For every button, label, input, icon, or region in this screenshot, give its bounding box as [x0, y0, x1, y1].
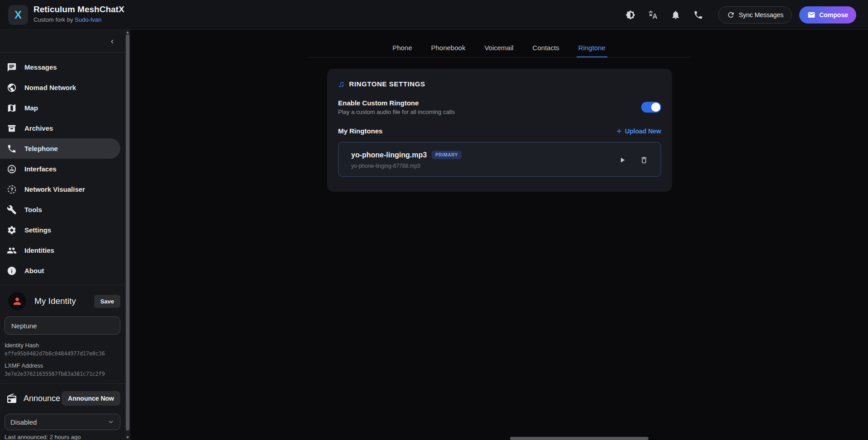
ringtone-settings-title: RINGTONE SETTINGS — [349, 80, 425, 88]
sidebar-item-label: Network Visualiser — [24, 185, 85, 193]
last-announced-text: Last announced: 2 hours ago — [5, 434, 126, 440]
ringtone-settings-header: ♫ RINGTONE SETTINGS — [338, 80, 661, 88]
avatar — [8, 292, 26, 310]
play-ringtone-button[interactable] — [615, 152, 630, 168]
fork-author-link[interactable]: Sudo-Ivan — [75, 16, 101, 23]
sidebar-item-label: Settings — [24, 226, 51, 234]
sidebar-item-interfaces[interactable]: Interfaces — [0, 159, 120, 179]
delete-ringtone-button[interactable] — [636, 152, 652, 168]
sidebar-item-settings[interactable]: Settings — [0, 220, 120, 240]
gear-icon — [7, 225, 17, 235]
tab-voicemail[interactable]: Voicemail — [482, 39, 515, 57]
sidebar-collapse-row — [0, 30, 130, 53]
lxmf-address-value: 3e7e2e37621635587fb83a381c71c2f9 — [5, 371, 126, 377]
sidebar-item-nomad-network[interactable]: Nomad Network — [0, 77, 120, 98]
refresh-icon — [727, 11, 735, 19]
ringtone-settings-card: ♫ RINGTONE SETTINGS Enable Custom Ringto… — [327, 69, 672, 192]
sidebar-item-label: Messages — [24, 63, 57, 71]
play-icon — [618, 156, 626, 164]
radio-icon — [6, 393, 17, 404]
tab-ringtone[interactable]: Ringtone — [577, 39, 607, 57]
telephone-tabs: Phone Phonebook Voicemail Contacts Ringt… — [308, 39, 690, 57]
sidebar-nav: Messages Nomad Network Map Archives Tele… — [0, 53, 130, 281]
sidebar-collapse-button[interactable] — [106, 35, 119, 48]
language-button[interactable] — [644, 6, 662, 24]
enable-custom-ringtone-labels: Enable Custom Ringtone Play a custom aud… — [338, 99, 455, 115]
header-actions: Sync Messages Compose — [621, 0, 856, 30]
my-ringtones-row: My Ringtones Upload New — [338, 127, 661, 135]
identity-hash-label: Identity Hash — [5, 342, 126, 349]
sidebar-item-label: Nomad Network — [24, 84, 76, 91]
trash-icon — [640, 156, 648, 164]
app-title: Reticulum MeshChatX — [33, 5, 124, 15]
sidebar-item-network-visualiser[interactable]: ? Network Visualiser — [0, 179, 120, 199]
chevron-down-icon — [107, 418, 114, 426]
ringtone-list-item: yo-phone-linging.mp3 PRIMARY yo-phone-li… — [338, 142, 661, 177]
ringtone-item-actions — [615, 142, 652, 177]
app-title-block: Reticulum MeshChatX Custom fork by Sudo-… — [33, 5, 124, 23]
my-identity-section: My Identity Save Identity Hash effe95b04… — [0, 285, 130, 377]
bell-icon — [671, 10, 681, 20]
sync-messages-label: Sync Messages — [739, 11, 783, 19]
theme-toggle-button[interactable] — [621, 6, 639, 24]
network-icon: ? — [7, 185, 17, 194]
tab-phonebook[interactable]: Phonebook — [429, 39, 467, 57]
sidebar-item-messages[interactable]: Messages — [0, 57, 120, 77]
svg-text:?: ? — [10, 186, 14, 192]
sync-messages-button[interactable]: Sync Messages — [718, 6, 792, 24]
sidebar-scrollbar[interactable] — [125, 30, 130, 440]
notifications-button[interactable] — [667, 6, 685, 24]
mail-icon — [807, 11, 816, 19]
chat-icon — [7, 62, 17, 72]
sidebar-item-map[interactable]: Map — [0, 98, 120, 118]
compose-button[interactable]: Compose — [799, 6, 856, 24]
app-logo: X — [8, 5, 28, 25]
sidebar-item-about[interactable]: About — [0, 260, 120, 281]
enable-custom-ringtone-toggle[interactable] — [641, 102, 661, 113]
sidebar-item-label: Archives — [24, 124, 53, 132]
announce-interval-select[interactable]: Disabled — [5, 414, 120, 430]
phone-icon — [693, 10, 703, 20]
sidebar-item-tools[interactable]: Tools — [0, 199, 120, 220]
music-note-icon: ♫ — [338, 80, 344, 88]
enable-custom-ringtone-row: Enable Custom Ringtone Play a custom aud… — [338, 99, 661, 115]
sidebar-item-label: Map — [24, 104, 38, 112]
scrollbar-up-arrow-icon[interactable] — [126, 31, 129, 33]
upload-new-button[interactable]: Upload New — [616, 128, 661, 135]
scrollbar-down-arrow-icon[interactable] — [126, 436, 129, 439]
toggle-knob — [651, 103, 660, 112]
identity-hash-value: effe95b0482d7b6c04844977d17e0c36 — [5, 350, 126, 357]
announce-header: Announce Announce Now — [5, 389, 126, 407]
sidebar-item-identities[interactable]: Identities — [0, 240, 120, 260]
identity-name-input[interactable] — [5, 317, 120, 335]
announce-section: Announce Announce Now Disabled Last anno… — [0, 383, 130, 440]
phone-icon — [7, 144, 17, 154]
sidebar-item-label: Identities — [24, 246, 54, 254]
sidebar-item-label: About — [24, 267, 44, 274]
chevron-left-icon — [109, 38, 116, 45]
sidebar-item-telephone[interactable]: Telephone — [0, 138, 120, 159]
tab-contacts[interactable]: Contacts — [531, 39, 561, 57]
plus-icon — [616, 128, 622, 134]
enable-custom-ringtone-title: Enable Custom Ringtone — [338, 99, 455, 107]
sidebar-item-label: Tools — [24, 206, 42, 213]
announce-interval-value: Disabled — [10, 418, 37, 426]
calls-button[interactable] — [689, 6, 707, 24]
announce-title: Announce — [24, 394, 60, 403]
people-icon — [7, 246, 17, 255]
identity-hash-block: Identity Hash effe95b0482d7b6c04844977d1… — [5, 342, 126, 377]
sidebar-item-label: Telephone — [24, 145, 58, 152]
translate-icon — [648, 10, 658, 20]
my-identity-header: My Identity Save — [5, 291, 126, 311]
save-button[interactable]: Save — [94, 295, 120, 308]
sidebar-item-label: Interfaces — [24, 165, 57, 173]
top-header: X Reticulum MeshChatX Custom fork by Sud… — [0, 0, 868, 30]
announce-now-button[interactable]: Announce Now — [62, 391, 120, 406]
lxmf-address-label: LXMF Address — [5, 362, 126, 369]
horizontal-scrollbar-thumb[interactable] — [510, 437, 649, 440]
sidebar-scrollbar-thumb[interactable] — [126, 34, 129, 431]
sidebar-item-archives[interactable]: Archives — [0, 118, 120, 138]
tab-phone[interactable]: Phone — [391, 39, 414, 57]
enable-custom-ringtone-subtitle: Play a custom audio file for all incomin… — [338, 109, 455, 115]
primary-badge: PRIMARY — [432, 151, 462, 159]
